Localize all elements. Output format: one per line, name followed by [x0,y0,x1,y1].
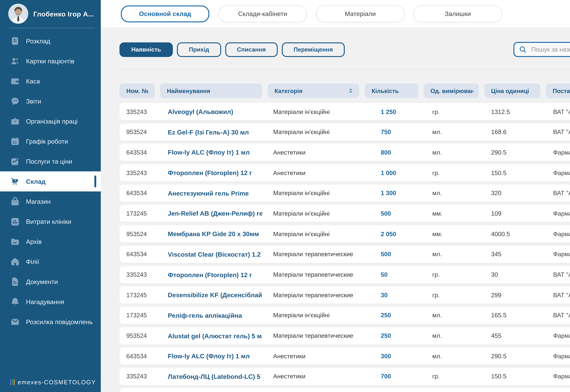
sidebar-item-archive[interactable]: Архів [0,232,101,252]
item-supplier: ФармаІнвестГруп +380665372716 [546,210,570,217]
table-body: 335243 Alveogyl (Альвожил) Матеріали ін'… [119,103,570,392]
sidebar-item-warehouse[interactable]: Склад [0,171,101,191]
column-header[interactable]: Од. вимірювання [424,84,479,98]
tab-leftovers[interactable]: Залишки [413,5,502,22]
table-row-partial[interactable] [119,388,570,392]
column-header[interactable]: Ціна одиниці [484,84,540,98]
logo-text: emexes-COSMETOLOGY [18,379,96,386]
sidebar-item-work-organization[interactable]: Організація праці [0,111,101,131]
shop-icon [10,196,20,207]
item-price: 4000.5 [484,231,540,237]
table-row[interactable]: 335243 Латебонд-ЛЦ (Latebond-LC) 5 г Ане… [119,368,570,385]
item-quantity: 500 [365,210,418,217]
sidebar-item-schedule[interactable]: Розклад [0,31,101,51]
table-row[interactable]: 643534 Viscostat Clear (Віскостат) 1.2 м… [119,246,570,263]
item-quantity: 750 [365,129,418,136]
item-number: 335243 [119,271,155,278]
product-name-link[interactable]: Латебонд-ЛЦ (Latebond-LC) 5 г [160,373,262,380]
sidebar-item-clinic-expenses[interactable]: Витрати клініки [0,211,101,232]
table-row[interactable]: 953524 Ez Gel-F (Ізі Гель-А) 30 мл Матер… [119,123,570,141]
product-name-link[interactable]: Alustat gel (Алюстат гель) 5 мл [160,332,262,339]
table-row[interactable]: 953524 Мембрана KP Gide 20 x 30мм Матері… [119,225,570,243]
product-name-link[interactable]: Flow-ly ALC (Флоу Іт) 1 мл [160,149,262,156]
table-row[interactable]: 643534 Flow-ly ALC (Флоу Іт) 1 мл Анесте… [119,348,570,365]
product-name-link[interactable]: Фтороплен (Ftoroplen) 12 г [160,169,262,176]
sidebar-item-branches[interactable]: Філії [0,252,101,272]
item-unit: мл. [424,353,479,360]
table-row[interactable]: 335243 Alveogyl (Альвожил) Матеріали ін'… [119,103,570,120]
column-header[interactable]: Найменування [160,84,262,98]
operation-filters: НаявністьПрихідСписанняПереміщення [119,42,349,57]
item-number: 643534 [119,190,155,196]
product-name-link[interactable]: Реліф-гель аплікаційна [160,312,262,319]
user-profile[interactable]: Глобенко Ігор А... [0,0,101,27]
filter-income[interactable]: Прихід [177,42,221,57]
table-row[interactable]: 643534 Анестезуючий гель Prime Матеріали… [119,184,570,202]
column-header[interactable]: Ном. № [119,84,155,98]
item-quantity: 50 [365,271,418,278]
sidebar-item-services-prices[interactable]: Послуги та ціни [0,151,101,171]
column-header[interactable]: Категорія [268,84,359,98]
sidebar: Глобенко Ігор А... Розклад Картки пацієн… [0,0,101,392]
item-price: 320 [484,190,540,196]
table-row[interactable]: 643534 Flow-ly ALC (Флоу Іт) 1 мл Анесте… [119,144,570,161]
brand-logo: emexes-COSMETOLOGY [10,379,96,386]
item-unit: гр. [424,292,479,298]
reports-icon [10,96,20,106]
filter-writeoff[interactable]: Списання [225,42,278,57]
item-number: 335243 [119,169,155,176]
item-number: 953524 [119,332,155,339]
sidebar-item-cashier[interactable]: Каса [0,71,101,91]
product-name-link[interactable]: Анестезуючий гель Prime [160,190,262,197]
column-header[interactable]: Постачальник/контакт [546,84,570,98]
product-name-link[interactable]: Desensibilize KF (Десенсіблайз) [160,291,262,299]
tab-materials[interactable]: Матеріали [316,5,404,22]
table-row[interactable]: 335243 Фтороплен (Ftoroplen) 12 г Матері… [119,266,570,283]
search-box[interactable] [513,42,570,57]
item-unit: гр. [424,169,479,176]
item-unit: гр. [424,108,479,115]
item-quantity: 500 [365,251,418,258]
tab-main-warehouse[interactable]: Основной склад [121,5,209,22]
product-name-link[interactable]: Flow-ly ALC (Флоу Іт) 1 мл [160,352,262,360]
table-row[interactable]: 173245 Desensibilize KF (Десенсіблайз) М… [119,286,570,304]
sidebar-item-reminders[interactable]: Нагадування [0,292,101,312]
sidebar-item-patient-cards[interactable]: Картки пацієнтів [0,51,101,71]
table-row[interactable]: 335243 Фтороплен (Ftoroplen) 12 г Анесте… [119,164,570,182]
item-number: 335243 [119,108,155,115]
column-header[interactable]: Кількість [365,84,418,98]
search-input[interactable] [530,46,570,53]
sidebar-item-shop[interactable]: Магазин [0,191,101,211]
sidebar-item-documents[interactable]: Документи [0,272,101,292]
item-number: 173245 [119,210,155,217]
item-category: Матеріали терапевтические [268,271,359,278]
app-window: Глобенко Ігор А... Розклад Картки пацієн… [0,0,570,392]
tab-cabinet-warehouses[interactable]: Склади-кабінети [218,5,307,22]
expenses-icon [10,217,20,226]
product-name-link[interactable]: Viscostat Clear (Віскостат) 1.2 мл [160,251,262,258]
item-supplier: ФармаІнвестГруп +380665372716 [546,332,570,339]
filter-availability[interactable]: Наявність [119,42,173,57]
warehouse-icon [10,176,20,186]
item-category: Матеріали терапевтические [268,251,359,258]
table-row[interactable]: 173245 Реліф-гель аплікаційна Матеріали … [119,307,570,324]
item-category: Матеріали ін'єкційні [268,129,359,136]
item-quantity: 1 000 [365,169,418,176]
sidebar-item-work-schedule[interactable]: Графік роботи [0,131,101,151]
sidebar-item-mailing[interactable]: Розсилка повідомлень [0,312,101,332]
filter-transfer[interactable]: Переміщення [282,42,345,57]
item-unit: гр. [424,271,479,278]
sort-icon[interactable] [347,86,354,96]
sidebar-item-reports[interactable]: Звіти [0,91,101,111]
product-name-link[interactable]: Jen-Relief AB (Джен-Релиф) гель [160,210,262,217]
table-row[interactable]: 953524 Alustat gel (Алюстат гель) 5 мл М… [119,327,570,344]
product-name-link[interactable]: Фтороплен (Ftoroplen) 12 г [160,271,262,278]
item-price: 109 [484,210,540,217]
table-row[interactable]: 173245 Jen-Relief AB (Джен-Релиф) гель М… [119,205,570,222]
item-supplier: ФармаІнвестГруп +380665372716 [546,231,570,237]
item-number: 643534 [119,149,155,156]
product-name-link[interactable]: Мембрана KP Gide 20 x 30мм [160,230,262,238]
product-name-link[interactable]: Ez Gel-F (Ізі Гель-А) 30 мл [160,128,262,136]
search-icon [519,46,527,53]
product-name-link[interactable]: Alveogyl (Альвожил) [160,108,262,115]
